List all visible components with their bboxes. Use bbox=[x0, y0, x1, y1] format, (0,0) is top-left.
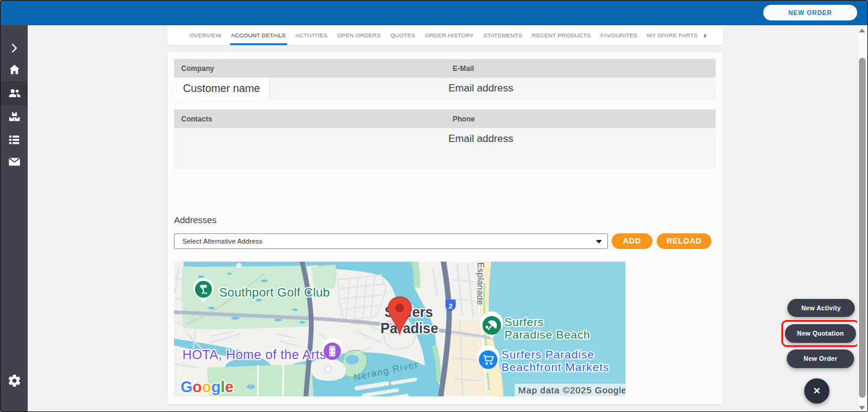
svg-text:Map data ©2025 Google: Map data ©2025 Google bbox=[518, 385, 625, 395]
svg-text:Surfers: Surfers bbox=[504, 316, 544, 328]
svg-text:Paradise Beach: Paradise Beach bbox=[504, 328, 591, 341]
svg-text:Google: Google bbox=[181, 378, 234, 395]
svg-text:Paradise: Paradise bbox=[380, 321, 438, 336]
svg-text:HOTA, Home of the Arts: HOTA, Home of the Arts bbox=[182, 348, 326, 362]
svg-text:Surfers Paradise: Surfers Paradise bbox=[501, 348, 594, 361]
svg-text:Beachfront Markets: Beachfront Markets bbox=[501, 361, 609, 374]
svg-text:Esplanade: Esplanade bbox=[476, 262, 486, 306]
svg-text:Southport Golf Club: Southport Golf Club bbox=[219, 285, 330, 299]
svg-text:2: 2 bbox=[448, 303, 452, 310]
